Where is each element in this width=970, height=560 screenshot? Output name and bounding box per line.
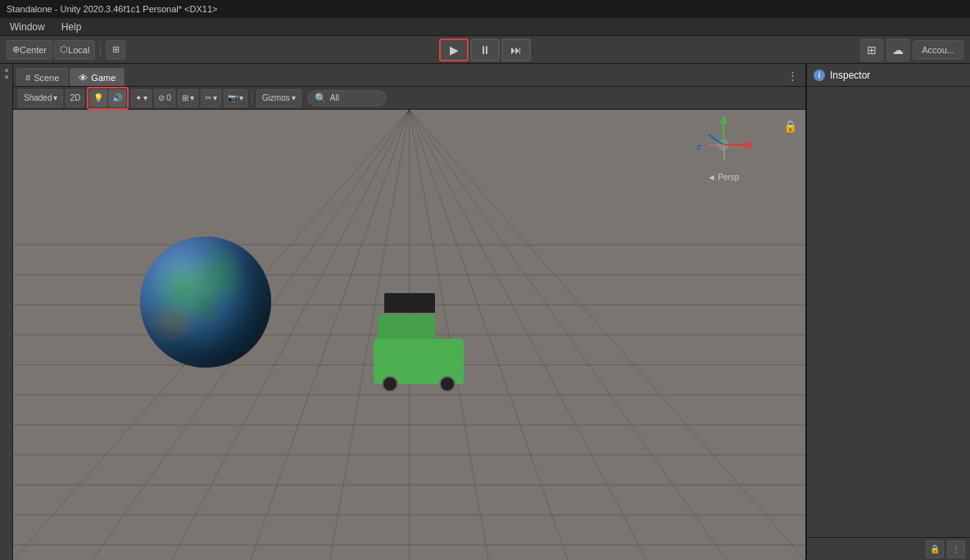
earth-object — [140, 237, 271, 368]
y-axis-label: y — [721, 118, 726, 127]
camera-chevron: ▾ — [239, 93, 243, 102]
inspector-content — [807, 87, 970, 537]
center-icon: ⊕ — [12, 44, 20, 55]
title-text: Standalone - Unity 2020.3.46f1c1 Persona… — [7, 4, 217, 14]
viewport-lock[interactable]: 🔒 — [783, 120, 797, 133]
menu-help[interactable]: Help — [58, 20, 85, 34]
menu-bar: Window Help — [0, 18, 970, 36]
game-tab-icon: 👁 — [79, 73, 88, 83]
game-tab[interactable]: 👁 Game — [70, 68, 125, 86]
play-button[interactable]: ▶ — [439, 38, 469, 61]
tools-icon: ✂ — [205, 93, 211, 102]
gizmos-dropdown[interactable]: Gizmos ▾ — [256, 89, 301, 107]
car-top — [378, 314, 435, 341]
scene-toolbar: Shaded ▾ 2D 💡 🔊 ✦ ▾ — [13, 87, 805, 110]
hidden-objects-btn[interactable]: ⊘ 0 — [154, 89, 175, 107]
gizmo-persp-label[interactable]: ◄ Persp — [708, 173, 740, 182]
center-pivot-btn[interactable]: ⊕ Center — [7, 40, 52, 60]
gizmos-chevron: ▾ — [292, 93, 296, 102]
play-controls: ▶ ⏸ ⏭ — [439, 38, 531, 61]
transform-group: ⊕ Center ⬡ Local ⊞ — [7, 40, 125, 60]
2d-btn[interactable]: 2D — [66, 89, 84, 107]
main-toolbar: ⊕ Center ⬡ Local ⊞ ▶ ⏸ ⏭ ⊞ ☁ Accou. — [0, 36, 970, 64]
inspector-info-icon: i — [814, 70, 825, 81]
inspector-header: i Inspector — [807, 64, 970, 87]
step-icon: ⏭ — [510, 43, 522, 56]
left-panel-indicator — [0, 64, 13, 560]
car-wheel-front-right — [439, 376, 456, 392]
scene-tab[interactable]: # Scene — [16, 68, 68, 86]
light-icon: 💡 — [93, 93, 103, 102]
cloud-btn[interactable]: ☁ — [886, 38, 909, 61]
car-wheel-front-left — [382, 376, 398, 392]
tools-chevron: ▾ — [213, 93, 217, 102]
local-global-btn[interactable]: ⬡ Local — [54, 40, 95, 60]
grid-snap-icon: ⊞ — [112, 44, 120, 55]
search-icon: 🔍 — [315, 93, 327, 104]
inspector-bottom-bar: 🔒 ⋮ — [807, 537, 970, 560]
collab-icon: ⊞ — [867, 43, 877, 56]
inspector-panel: i Inspector 🔒 ⋮ — [806, 64, 970, 560]
camera-type-btn[interactable]: 📷 ▾ — [224, 89, 247, 107]
toolbar-sep — [252, 92, 252, 105]
side-dot-2 — [5, 75, 8, 79]
neg-y-axis — [723, 145, 725, 160]
account-button[interactable]: Accou... — [913, 40, 963, 60]
main-layout: # Scene 👁 Game ⋮ Shaded ▾ 2D 💡 — [0, 64, 970, 560]
gizmo-sphere: y x z — [697, 118, 750, 171]
hidden-count: 0 — [166, 93, 171, 102]
scene-search-input[interactable] — [330, 93, 379, 102]
scene-search[interactable]: 🔍 — [307, 90, 387, 106]
perspective-gizmo[interactable]: y x z ◄ Persp — [691, 118, 756, 192]
game-tab-label: Game — [91, 73, 116, 83]
cloud-icon: ☁ — [892, 43, 904, 56]
inspector-more-btn[interactable]: ⋮ — [947, 540, 965, 558]
inspector-title: Inspector — [830, 70, 870, 81]
step-button[interactable]: ⏭ — [501, 38, 531, 61]
x-axis-line — [723, 144, 745, 146]
toolbar-sep-1 — [100, 42, 101, 58]
scene-tools-btn[interactable]: ✂ ▾ — [201, 89, 221, 107]
scene-panel: # Scene 👁 Game ⋮ Shaded ▾ 2D 💡 — [13, 64, 806, 560]
inspector-lock-btn[interactable]: 🔒 — [926, 540, 944, 558]
camera-icon: 📷 — [228, 93, 238, 102]
title-bar: Standalone - Unity 2020.3.46f1c1 Persona… — [0, 0, 970, 18]
collab-btn[interactable]: ⊞ — [860, 38, 883, 61]
scene-tab-label: Scene — [34, 73, 59, 83]
shaded-dropdown[interactable]: Shaded ▾ — [18, 89, 63, 107]
grid-chevron: ▾ — [190, 93, 194, 102]
toolbar-right-group: ⊞ ☁ Accou... — [860, 38, 963, 61]
tab-bar: # Scene 👁 Game ⋮ — [13, 64, 805, 87]
local-icon: ⬡ — [60, 44, 68, 55]
pause-icon: ⏸ — [479, 43, 491, 56]
side-dot-1 — [5, 69, 8, 72]
3d-viewport[interactable]: y x z ◄ Persp 🔒 — [13, 110, 805, 560]
z-axis-label: z — [697, 142, 701, 151]
car-object — [374, 339, 464, 384]
shaded-chevron: ▾ — [53, 93, 57, 102]
effects-dropdown: ▾ — [143, 93, 147, 102]
play-icon: ▶ — [450, 43, 459, 56]
neg-x-axis — [709, 144, 723, 146]
car-window — [384, 293, 435, 313]
effects-btn[interactable]: ✦ ▾ — [131, 89, 152, 107]
pause-button[interactable]: ⏸ — [470, 38, 500, 61]
grid-toggle-btn[interactable]: ⊞ ▾ — [178, 89, 198, 107]
effects-icon: ✦ — [135, 93, 142, 102]
light-audio-group: 💡 🔊 — [87, 87, 129, 110]
tab-more-btn[interactable]: ⋮ — [784, 67, 800, 84]
audio-icon: 🔊 — [112, 93, 122, 102]
grid-snap-btn[interactable]: ⊞ — [106, 40, 125, 60]
x-axis-label: x — [747, 140, 752, 149]
grid-icon: ⊞ — [182, 93, 188, 102]
light-btn[interactable]: 💡 — [89, 89, 107, 107]
menu-window[interactable]: Window — [7, 20, 48, 34]
hidden-icon: ⊘ — [158, 93, 165, 102]
scene-tab-icon: # — [25, 73, 30, 83]
car-body — [374, 339, 464, 384]
audio-btn[interactable]: 🔊 — [108, 89, 126, 107]
